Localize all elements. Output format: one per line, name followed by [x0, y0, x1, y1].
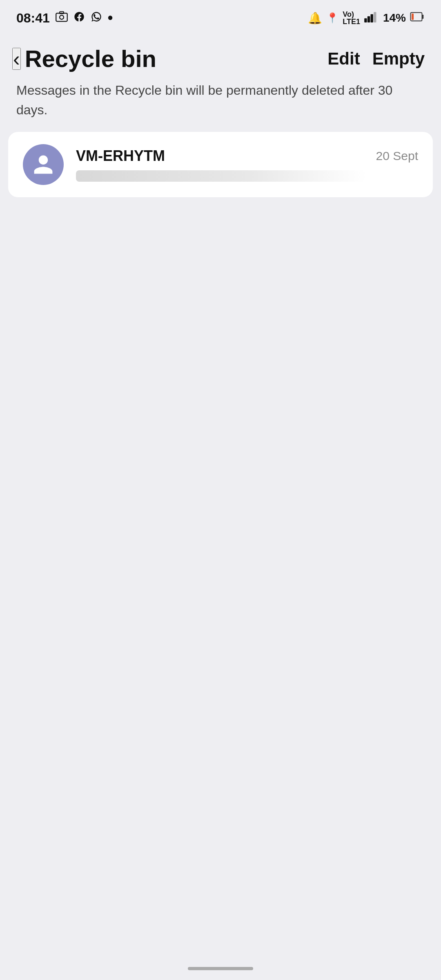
sender-name: VM-ERHYTM — [76, 147, 165, 165]
status-left: 08:41 • — [16, 9, 113, 27]
photo-icon — [56, 11, 68, 25]
svg-rect-3 — [364, 18, 367, 22]
battery-icon — [410, 11, 425, 25]
svg-point-1 — [60, 15, 64, 19]
svg-rect-0 — [56, 13, 67, 21]
header-left: ‹ Recycle bin — [12, 45, 156, 72]
svg-rect-6 — [374, 12, 376, 22]
home-indicator — [188, 967, 253, 970]
network-type: Vo) LTE1 — [343, 11, 360, 25]
message-list: VM-ERHYTM 20 Sept — [0, 132, 441, 197]
location-icon: 📍 — [326, 12, 339, 24]
person-icon — [32, 153, 55, 176]
page-header: ‹ Recycle bin Edit Empty — [0, 33, 441, 80]
svg-rect-4 — [368, 16, 370, 22]
message-content: VM-ERHYTM 20 Sept — [76, 147, 418, 182]
message-header-row: VM-ERHYTM 20 Sept — [76, 147, 418, 165]
message-preview-blur — [76, 170, 367, 182]
alarm-icon: 🔔 — [308, 11, 322, 25]
facebook-icon — [74, 11, 85, 25]
page-title: Recycle bin — [25, 45, 156, 72]
avatar — [23, 144, 64, 185]
notification-dot: • — [108, 9, 113, 27]
whatsapp-icon — [91, 11, 102, 25]
svg-rect-8 — [422, 14, 423, 18]
edit-button[interactable]: Edit — [327, 49, 360, 69]
subtitle-text: Messages in the Recycle bin will be perm… — [0, 80, 441, 132]
battery-percentage: 14% — [383, 11, 406, 24]
svg-rect-5 — [370, 14, 373, 22]
status-right: 🔔 📍 Vo) LTE1 14% — [308, 11, 425, 25]
status-bar: 08:41 • 🔔 📍 — [0, 0, 441, 33]
signal-bars — [364, 11, 379, 25]
empty-button[interactable]: Empty — [372, 49, 425, 69]
message-date: 20 Sept — [376, 149, 418, 163]
message-card[interactable]: VM-ERHYTM 20 Sept — [8, 132, 433, 197]
time-display: 08:41 — [16, 11, 50, 26]
header-actions: Edit Empty — [327, 49, 425, 69]
back-button[interactable]: ‹ — [12, 48, 21, 70]
svg-rect-2 — [60, 11, 64, 13]
svg-rect-9 — [412, 13, 414, 20]
